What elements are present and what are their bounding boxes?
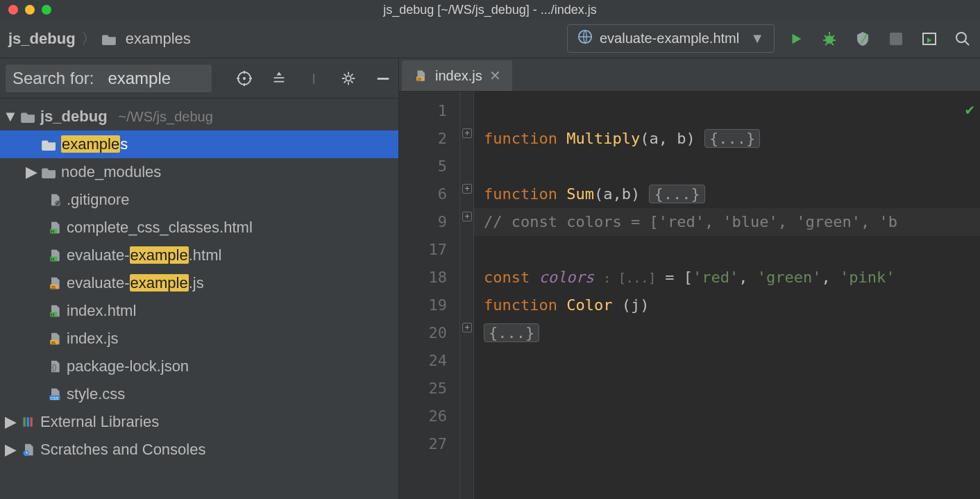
file-icon (47, 193, 62, 207)
node-label: index.html (67, 302, 136, 320)
locate-icon[interactable] (235, 69, 254, 88)
svg-text:{}: {} (52, 364, 57, 371)
tab-label: index.js (435, 68, 482, 84)
svg-rect-22 (24, 417, 26, 426)
close-window-button[interactable] (8, 5, 18, 15)
scratches-icon (21, 443, 36, 457)
node-label: style.css (67, 385, 125, 403)
svg-rect-24 (31, 417, 33, 426)
root-path: ~/WS/js_debug (119, 109, 213, 125)
hide-icon[interactable] (373, 69, 393, 88)
run-config-label: evaluate-example.html (600, 31, 739, 46)
tree-item-index-js[interactable]: JS index.js (0, 325, 398, 353)
editor-tab-index-js[interactable]: JS index.js ✕ (402, 60, 512, 91)
navigation-bar: js_debug 〉 examples evaluate-example.htm… (0, 19, 980, 58)
tree-item-gitignore[interactable]: .gitignore (0, 186, 398, 214)
expand-arrow-icon[interactable]: ▶ (4, 441, 17, 459)
fold-toggle-icon[interactable]: + (462, 212, 472, 221)
line-number[interactable]: 20 (399, 319, 447, 347)
svg-text:JS: JS (417, 77, 422, 81)
expand-arrow-icon[interactable]: ▼ (4, 108, 17, 126)
tree-item-style-css[interactable]: CSS style.css (0, 380, 398, 408)
tree-item-examples[interactable]: examples (0, 130, 398, 158)
svg-text:H: H (51, 312, 54, 317)
line-number[interactable]: 19 (399, 291, 447, 319)
tree-item-evaluate-html[interactable]: H evaluate-example.html (0, 242, 398, 269)
svg-text:JS: JS (51, 285, 56, 289)
expand-all-icon[interactable] (269, 69, 289, 88)
titlebar: js_debug [~/WS/js_debug] - .../index.js (0, 0, 980, 19)
folder-icon (42, 165, 57, 179)
line-number[interactable]: 5 (399, 153, 447, 180)
maximize-window-button[interactable] (42, 5, 51, 15)
svg-text:H: H (51, 229, 54, 234)
line-number-gutter[interactable]: 125691718192024252627 (399, 92, 460, 499)
node-label: evaluate-example.html (67, 246, 221, 264)
node-label: .gitignore (67, 191, 130, 209)
node-label: examples (61, 135, 128, 153)
expand-arrow-icon[interactable]: ▶ (25, 163, 37, 181)
tree-item-complete-css[interactable]: H complete_css_classes.html (0, 214, 398, 242)
fold-toggle-icon[interactable]: + (462, 184, 472, 194)
tree-item-scratches[interactable]: ▶ Scratches and Consoles (0, 436, 398, 464)
svg-point-5 (243, 77, 246, 80)
node-label: index.js (67, 330, 119, 348)
tree-item-external-libraries[interactable]: ▶ External Libraries (0, 408, 398, 436)
search-everywhere-button[interactable] (954, 30, 972, 48)
code-content[interactable]: function Multiply(a, b) {...} function S… (474, 92, 980, 499)
line-number[interactable]: 18 (399, 264, 447, 291)
crumb-folder[interactable]: examples (102, 30, 191, 48)
gear-icon[interactable] (339, 69, 358, 88)
fold-toggle-icon[interactable]: + (462, 128, 472, 138)
project-tool-window: Search for: | ▼ js_debug ~/WS/js_debug e… (0, 58, 399, 499)
svg-text:JS: JS (51, 341, 56, 345)
tree-root[interactable]: ▼ js_debug ~/WS/js_debug (0, 103, 398, 130)
line-number[interactable]: 24 (399, 347, 447, 375)
line-number[interactable]: 25 (399, 375, 447, 403)
run-configuration-dropdown[interactable]: evaluate-example.html ▼ (567, 24, 775, 53)
line-number[interactable]: 26 (399, 403, 447, 430)
html-file-icon: H (47, 304, 62, 318)
close-tab-icon[interactable]: ✕ (489, 67, 501, 84)
layout-settings-button[interactable] (920, 30, 938, 48)
run-coverage-button[interactable] (854, 30, 872, 48)
crumb-project[interactable]: js_debug (8, 30, 76, 48)
debug-button[interactable] (820, 30, 838, 48)
tree-item-evaluate-js[interactable]: JS evaluate-example.js (0, 269, 398, 297)
speed-search-bar: Search for: | (0, 58, 398, 99)
folder-icon (42, 137, 57, 151)
breadcrumbs[interactable]: js_debug 〉 examples (8, 28, 191, 49)
line-number[interactable]: 17 (399, 236, 447, 264)
line-number[interactable]: 9 (399, 208, 447, 236)
project-tool-buttons: | (235, 69, 393, 88)
fold-toggle-icon[interactable]: + (462, 323, 472, 332)
svg-point-25 (24, 450, 29, 456)
js-file-icon: JS (413, 69, 428, 83)
project-tree[interactable]: ▼ js_debug ~/WS/js_debug examples ▶ node… (0, 99, 398, 499)
library-icon (21, 415, 36, 429)
browser-icon (577, 29, 593, 48)
tree-item-node-modules[interactable]: ▶ node_modules (0, 158, 398, 186)
divider: | (304, 69, 323, 88)
window-controls (8, 5, 51, 15)
node-label: Scratches and Consoles (40, 441, 205, 459)
dropdown-icon: ▼ (750, 31, 764, 46)
root-name: js_debug (40, 108, 108, 126)
svg-text:CSS: CSS (50, 396, 58, 400)
expand-arrow-icon[interactable]: ▶ (4, 413, 17, 431)
run-button[interactable] (787, 30, 805, 48)
minimize-window-button[interactable] (25, 5, 35, 15)
stop-button[interactable] (887, 30, 905, 48)
line-number[interactable]: 27 (399, 430, 447, 458)
node-label: package-lock.json (67, 357, 189, 375)
editor: JS index.js ✕ 125691718192024252627 + + … (399, 58, 980, 499)
line-number[interactable]: 2 (399, 125, 447, 153)
line-number[interactable]: 1 (399, 97, 447, 125)
node-label: complete_css_classes.html (67, 219, 253, 237)
code-area[interactable]: 125691718192024252627 + + + + function M… (399, 92, 980, 499)
fold-gutter[interactable]: + + + + (460, 92, 474, 499)
line-number[interactable]: 6 (399, 180, 447, 208)
search-input[interactable] (101, 65, 212, 92)
tree-item-index-html[interactable]: H index.html (0, 297, 398, 325)
tree-item-package-lock[interactable]: {} package-lock.json (0, 353, 398, 380)
